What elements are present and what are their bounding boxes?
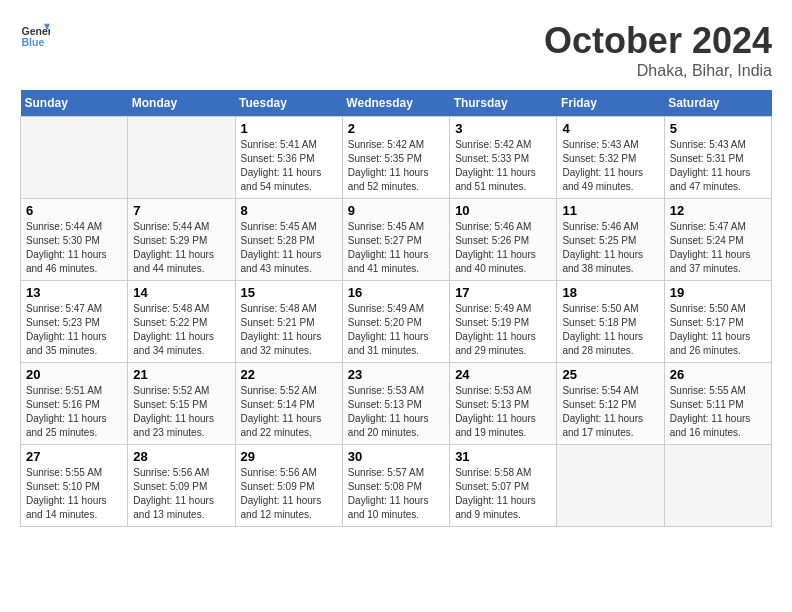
calendar-day: 6Sunrise: 5:44 AMSunset: 5:30 PMDaylight…	[21, 199, 128, 281]
weekday-header: Thursday	[450, 90, 557, 117]
day-info: Sunrise: 5:49 AMSunset: 5:19 PMDaylight:…	[455, 302, 551, 358]
calendar-day: 17Sunrise: 5:49 AMSunset: 5:19 PMDayligh…	[450, 281, 557, 363]
day-number: 14	[133, 285, 229, 300]
day-info: Sunrise: 5:50 AMSunset: 5:18 PMDaylight:…	[562, 302, 658, 358]
day-info: Sunrise: 5:46 AMSunset: 5:25 PMDaylight:…	[562, 220, 658, 276]
logo: General Blue	[20, 20, 50, 50]
day-info: Sunrise: 5:41 AMSunset: 5:36 PMDaylight:…	[241, 138, 337, 194]
day-info: Sunrise: 5:43 AMSunset: 5:31 PMDaylight:…	[670, 138, 766, 194]
svg-text:Blue: Blue	[22, 36, 45, 48]
day-number: 11	[562, 203, 658, 218]
day-info: Sunrise: 5:58 AMSunset: 5:07 PMDaylight:…	[455, 466, 551, 522]
weekday-header: Friday	[557, 90, 664, 117]
day-info: Sunrise: 5:47 AMSunset: 5:24 PMDaylight:…	[670, 220, 766, 276]
calendar-day: 16Sunrise: 5:49 AMSunset: 5:20 PMDayligh…	[342, 281, 449, 363]
calendar-day: 7Sunrise: 5:44 AMSunset: 5:29 PMDaylight…	[128, 199, 235, 281]
day-number: 27	[26, 449, 122, 464]
calendar-day: 23Sunrise: 5:53 AMSunset: 5:13 PMDayligh…	[342, 363, 449, 445]
day-number: 6	[26, 203, 122, 218]
weekday-header-row: SundayMondayTuesdayWednesdayThursdayFrid…	[21, 90, 772, 117]
day-info: Sunrise: 5:51 AMSunset: 5:16 PMDaylight:…	[26, 384, 122, 440]
day-number: 18	[562, 285, 658, 300]
calendar-day: 31Sunrise: 5:58 AMSunset: 5:07 PMDayligh…	[450, 445, 557, 527]
calendar-day: 1Sunrise: 5:41 AMSunset: 5:36 PMDaylight…	[235, 117, 342, 199]
day-number: 5	[670, 121, 766, 136]
calendar-week: 27Sunrise: 5:55 AMSunset: 5:10 PMDayligh…	[21, 445, 772, 527]
day-info: Sunrise: 5:52 AMSunset: 5:15 PMDaylight:…	[133, 384, 229, 440]
calendar-day: 8Sunrise: 5:45 AMSunset: 5:28 PMDaylight…	[235, 199, 342, 281]
calendar-day: 14Sunrise: 5:48 AMSunset: 5:22 PMDayligh…	[128, 281, 235, 363]
calendar-day: 3Sunrise: 5:42 AMSunset: 5:33 PMDaylight…	[450, 117, 557, 199]
day-info: Sunrise: 5:55 AMSunset: 5:10 PMDaylight:…	[26, 466, 122, 522]
day-number: 30	[348, 449, 444, 464]
day-info: Sunrise: 5:44 AMSunset: 5:29 PMDaylight:…	[133, 220, 229, 276]
calendar-day: 20Sunrise: 5:51 AMSunset: 5:16 PMDayligh…	[21, 363, 128, 445]
day-number: 19	[670, 285, 766, 300]
day-info: Sunrise: 5:55 AMSunset: 5:11 PMDaylight:…	[670, 384, 766, 440]
day-info: Sunrise: 5:48 AMSunset: 5:21 PMDaylight:…	[241, 302, 337, 358]
weekday-header: Monday	[128, 90, 235, 117]
calendar-day: 22Sunrise: 5:52 AMSunset: 5:14 PMDayligh…	[235, 363, 342, 445]
calendar-day	[21, 117, 128, 199]
day-info: Sunrise: 5:47 AMSunset: 5:23 PMDaylight:…	[26, 302, 122, 358]
day-number: 3	[455, 121, 551, 136]
day-info: Sunrise: 5:53 AMSunset: 5:13 PMDaylight:…	[455, 384, 551, 440]
calendar-day: 9Sunrise: 5:45 AMSunset: 5:27 PMDaylight…	[342, 199, 449, 281]
day-info: Sunrise: 5:53 AMSunset: 5:13 PMDaylight:…	[348, 384, 444, 440]
day-info: Sunrise: 5:45 AMSunset: 5:28 PMDaylight:…	[241, 220, 337, 276]
calendar-week: 20Sunrise: 5:51 AMSunset: 5:16 PMDayligh…	[21, 363, 772, 445]
calendar-day: 13Sunrise: 5:47 AMSunset: 5:23 PMDayligh…	[21, 281, 128, 363]
calendar-week: 13Sunrise: 5:47 AMSunset: 5:23 PMDayligh…	[21, 281, 772, 363]
day-number: 4	[562, 121, 658, 136]
calendar-week: 1Sunrise: 5:41 AMSunset: 5:36 PMDaylight…	[21, 117, 772, 199]
day-info: Sunrise: 5:49 AMSunset: 5:20 PMDaylight:…	[348, 302, 444, 358]
calendar-day: 27Sunrise: 5:55 AMSunset: 5:10 PMDayligh…	[21, 445, 128, 527]
calendar-table: SundayMondayTuesdayWednesdayThursdayFrid…	[20, 90, 772, 527]
day-number: 1	[241, 121, 337, 136]
logo-icon: General Blue	[20, 20, 50, 50]
day-info: Sunrise: 5:56 AMSunset: 5:09 PMDaylight:…	[133, 466, 229, 522]
calendar-day: 10Sunrise: 5:46 AMSunset: 5:26 PMDayligh…	[450, 199, 557, 281]
calendar-day: 25Sunrise: 5:54 AMSunset: 5:12 PMDayligh…	[557, 363, 664, 445]
calendar-day: 19Sunrise: 5:50 AMSunset: 5:17 PMDayligh…	[664, 281, 771, 363]
day-number: 9	[348, 203, 444, 218]
day-number: 26	[670, 367, 766, 382]
calendar-day: 2Sunrise: 5:42 AMSunset: 5:35 PMDaylight…	[342, 117, 449, 199]
title-block: October 2024 Dhaka, Bihar, India	[544, 20, 772, 80]
day-number: 12	[670, 203, 766, 218]
weekday-header: Wednesday	[342, 90, 449, 117]
day-info: Sunrise: 5:57 AMSunset: 5:08 PMDaylight:…	[348, 466, 444, 522]
day-number: 8	[241, 203, 337, 218]
calendar-day: 21Sunrise: 5:52 AMSunset: 5:15 PMDayligh…	[128, 363, 235, 445]
page-header: General Blue October 2024 Dhaka, Bihar, …	[20, 20, 772, 80]
day-info: Sunrise: 5:50 AMSunset: 5:17 PMDaylight:…	[670, 302, 766, 358]
day-number: 7	[133, 203, 229, 218]
day-info: Sunrise: 5:42 AMSunset: 5:35 PMDaylight:…	[348, 138, 444, 194]
calendar-day: 12Sunrise: 5:47 AMSunset: 5:24 PMDayligh…	[664, 199, 771, 281]
day-number: 25	[562, 367, 658, 382]
calendar-day: 26Sunrise: 5:55 AMSunset: 5:11 PMDayligh…	[664, 363, 771, 445]
day-number: 13	[26, 285, 122, 300]
calendar-day	[664, 445, 771, 527]
day-number: 2	[348, 121, 444, 136]
day-number: 31	[455, 449, 551, 464]
day-number: 28	[133, 449, 229, 464]
calendar-day: 30Sunrise: 5:57 AMSunset: 5:08 PMDayligh…	[342, 445, 449, 527]
weekday-header: Tuesday	[235, 90, 342, 117]
calendar-day: 15Sunrise: 5:48 AMSunset: 5:21 PMDayligh…	[235, 281, 342, 363]
day-number: 29	[241, 449, 337, 464]
day-number: 10	[455, 203, 551, 218]
month-title: October 2024	[544, 20, 772, 62]
day-info: Sunrise: 5:54 AMSunset: 5:12 PMDaylight:…	[562, 384, 658, 440]
day-info: Sunrise: 5:44 AMSunset: 5:30 PMDaylight:…	[26, 220, 122, 276]
day-info: Sunrise: 5:48 AMSunset: 5:22 PMDaylight:…	[133, 302, 229, 358]
calendar-day: 5Sunrise: 5:43 AMSunset: 5:31 PMDaylight…	[664, 117, 771, 199]
day-number: 17	[455, 285, 551, 300]
day-info: Sunrise: 5:46 AMSunset: 5:26 PMDaylight:…	[455, 220, 551, 276]
weekday-header: Saturday	[664, 90, 771, 117]
day-info: Sunrise: 5:52 AMSunset: 5:14 PMDaylight:…	[241, 384, 337, 440]
weekday-header: Sunday	[21, 90, 128, 117]
calendar-day: 11Sunrise: 5:46 AMSunset: 5:25 PMDayligh…	[557, 199, 664, 281]
calendar-day: 29Sunrise: 5:56 AMSunset: 5:09 PMDayligh…	[235, 445, 342, 527]
day-number: 16	[348, 285, 444, 300]
